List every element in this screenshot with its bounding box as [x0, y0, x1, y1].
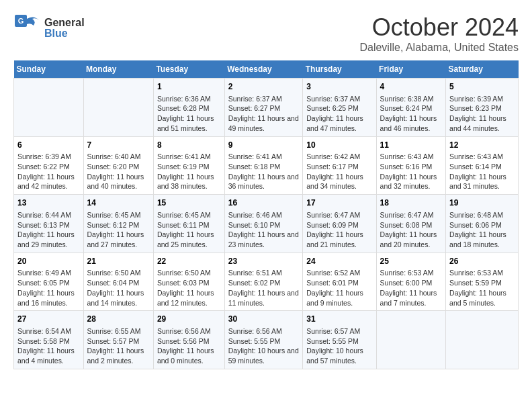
header-wednesday: Wednesday [224, 60, 303, 79]
day-info: Sunrise: 6:36 AMSunset: 6:28 PMDaylight:… [157, 94, 221, 134]
day-info: Sunrise: 6:44 AMSunset: 6:13 PMDaylight:… [17, 210, 80, 250]
day-info: Sunrise: 6:47 AMSunset: 6:08 PMDaylight:… [380, 210, 443, 250]
logo: G General Blue [13, 13, 85, 43]
calendar-cell: 13Sunrise: 6:44 AMSunset: 6:13 PMDayligh… [14, 195, 84, 253]
calendar-body: 1Sunrise: 6:36 AMSunset: 6:28 PMDaylight… [14, 79, 519, 369]
calendar-cell: 12Sunrise: 6:43 AMSunset: 6:14 PMDayligh… [446, 136, 519, 195]
day-info: Sunrise: 6:56 AMSunset: 5:56 PMDaylight:… [157, 326, 221, 366]
day-number: 10 [306, 140, 372, 151]
day-info: Sunrise: 6:39 AMSunset: 6:23 PMDaylight:… [449, 94, 515, 134]
logo-text-group: General Blue [44, 17, 85, 39]
day-number: 2 [228, 81, 300, 93]
calendar-cell: 30Sunrise: 6:56 AMSunset: 5:55 PMDayligh… [224, 311, 303, 369]
day-info: Sunrise: 6:47 AMSunset: 6:09 PMDaylight:… [306, 210, 372, 250]
title-area: October 2024 Daleville, Alabama, United … [359, 13, 519, 54]
day-info: Sunrise: 6:42 AMSunset: 6:17 PMDaylight:… [306, 152, 372, 191]
day-number: 18 [380, 197, 443, 209]
day-number: 4 [380, 81, 443, 93]
location-title: Daleville, Alabama, United States [359, 42, 519, 54]
day-number: 15 [157, 197, 221, 209]
day-info: Sunrise: 6:50 AMSunset: 6:04 PMDaylight:… [87, 268, 150, 308]
header-friday: Friday [376, 60, 446, 79]
header-monday: Monday [83, 60, 153, 79]
page-header: G General Blue October 2024 Daleville, A… [13, 13, 519, 54]
calendar-cell: 7Sunrise: 6:40 AMSunset: 6:20 PMDaylight… [83, 136, 153, 195]
calendar-cell: 4Sunrise: 6:38 AMSunset: 6:24 PMDaylight… [376, 79, 446, 137]
header-row: Sunday Monday Tuesday Wednesday Thursday… [14, 60, 519, 79]
calendar-week-1: 1Sunrise: 6:36 AMSunset: 6:28 PMDaylight… [14, 79, 519, 137]
day-info: Sunrise: 6:49 AMSunset: 6:05 PMDaylight:… [17, 268, 80, 308]
calendar-cell [14, 79, 84, 137]
calendar-cell: 22Sunrise: 6:50 AMSunset: 6:03 PMDayligh… [153, 253, 224, 311]
day-number: 23 [228, 256, 300, 267]
header-saturday: Saturday [446, 60, 519, 79]
logo-general-text: General [44, 17, 85, 28]
calendar-week-2: 6Sunrise: 6:39 AMSunset: 6:22 PMDaylight… [14, 136, 519, 195]
day-number: 28 [87, 314, 150, 325]
day-info: Sunrise: 6:52 AMSunset: 6:01 PMDaylight:… [306, 268, 372, 308]
calendar-cell: 29Sunrise: 6:56 AMSunset: 5:56 PMDayligh… [153, 311, 224, 369]
calendar-week-5: 27Sunrise: 6:54 AMSunset: 5:58 PMDayligh… [14, 311, 519, 369]
calendar-cell: 16Sunrise: 6:46 AMSunset: 6:10 PMDayligh… [224, 195, 303, 253]
calendar-cell: 27Sunrise: 6:54 AMSunset: 5:58 PMDayligh… [14, 311, 84, 369]
header-sunday: Sunday [14, 60, 84, 79]
calendar-week-4: 20Sunrise: 6:49 AMSunset: 6:05 PMDayligh… [14, 253, 519, 311]
day-number: 29 [157, 314, 221, 325]
calendar-cell: 19Sunrise: 6:48 AMSunset: 6:06 PMDayligh… [446, 195, 519, 253]
calendar-cell: 31Sunrise: 6:57 AMSunset: 5:55 PMDayligh… [303, 311, 376, 369]
day-info: Sunrise: 6:45 AMSunset: 6:11 PMDaylight:… [157, 210, 221, 250]
day-info: Sunrise: 6:37 AMSunset: 6:27 PMDaylight:… [228, 94, 300, 134]
day-info: Sunrise: 6:53 AMSunset: 5:59 PMDaylight:… [449, 268, 515, 308]
day-info: Sunrise: 6:53 AMSunset: 6:00 PMDaylight:… [380, 268, 443, 308]
calendar-cell [83, 79, 153, 137]
day-number: 11 [380, 140, 443, 151]
calendar-cell: 18Sunrise: 6:47 AMSunset: 6:08 PMDayligh… [376, 195, 446, 253]
calendar-cell: 23Sunrise: 6:51 AMSunset: 6:02 PMDayligh… [224, 253, 303, 311]
day-number: 7 [87, 140, 150, 151]
day-info: Sunrise: 6:48 AMSunset: 6:06 PMDaylight:… [449, 210, 515, 250]
day-number: 9 [228, 140, 300, 151]
day-number: 22 [157, 256, 221, 267]
calendar-cell: 11Sunrise: 6:43 AMSunset: 6:16 PMDayligh… [376, 136, 446, 195]
calendar-cell: 28Sunrise: 6:55 AMSunset: 5:57 PMDayligh… [83, 311, 153, 369]
day-number: 24 [306, 256, 372, 267]
month-title: October 2024 [359, 13, 519, 42]
calendar-cell: 5Sunrise: 6:39 AMSunset: 6:23 PMDaylight… [446, 79, 519, 137]
calendar-cell: 21Sunrise: 6:50 AMSunset: 6:04 PMDayligh… [83, 253, 153, 311]
calendar-cell: 3Sunrise: 6:37 AMSunset: 6:25 PMDaylight… [303, 79, 376, 137]
calendar-cell: 8Sunrise: 6:41 AMSunset: 6:19 PMDaylight… [153, 136, 224, 195]
calendar-cell [376, 311, 446, 369]
logo-icon: G [13, 13, 40, 43]
day-info: Sunrise: 6:57 AMSunset: 5:55 PMDaylight:… [306, 326, 372, 366]
calendar-week-3: 13Sunrise: 6:44 AMSunset: 6:13 PMDayligh… [14, 195, 519, 253]
day-info: Sunrise: 6:39 AMSunset: 6:22 PMDaylight:… [17, 152, 80, 191]
day-info: Sunrise: 6:54 AMSunset: 5:58 PMDaylight:… [17, 326, 80, 366]
day-info: Sunrise: 6:45 AMSunset: 6:12 PMDaylight:… [87, 210, 150, 250]
header-tuesday: Tuesday [153, 60, 224, 79]
logo-blue-text: Blue [44, 28, 85, 39]
day-info: Sunrise: 6:50 AMSunset: 6:03 PMDaylight:… [157, 268, 221, 308]
calendar-cell: 24Sunrise: 6:52 AMSunset: 6:01 PMDayligh… [303, 253, 376, 311]
header-thursday: Thursday [303, 60, 376, 79]
day-info: Sunrise: 6:43 AMSunset: 6:14 PMDaylight:… [449, 152, 515, 191]
calendar-cell [446, 311, 519, 369]
day-number: 14 [87, 197, 150, 209]
day-info: Sunrise: 6:41 AMSunset: 6:19 PMDaylight:… [157, 152, 221, 191]
day-info: Sunrise: 6:43 AMSunset: 6:16 PMDaylight:… [380, 152, 443, 191]
day-info: Sunrise: 6:56 AMSunset: 5:55 PMDaylight:… [228, 326, 300, 366]
day-number: 16 [228, 197, 300, 209]
day-number: 27 [17, 314, 80, 325]
day-number: 20 [17, 256, 80, 267]
day-number: 13 [17, 197, 80, 209]
calendar-cell: 14Sunrise: 6:45 AMSunset: 6:12 PMDayligh… [83, 195, 153, 253]
calendar-cell: 15Sunrise: 6:45 AMSunset: 6:11 PMDayligh… [153, 195, 224, 253]
day-number: 30 [228, 314, 300, 325]
day-number: 25 [380, 256, 443, 267]
svg-text:G: G [18, 17, 24, 25]
day-info: Sunrise: 6:40 AMSunset: 6:20 PMDaylight:… [87, 152, 150, 191]
day-number: 6 [17, 140, 80, 151]
calendar-cell: 10Sunrise: 6:42 AMSunset: 6:17 PMDayligh… [303, 136, 376, 195]
calendar-cell: 25Sunrise: 6:53 AMSunset: 6:00 PMDayligh… [376, 253, 446, 311]
calendar-cell: 2Sunrise: 6:37 AMSunset: 6:27 PMDaylight… [224, 79, 303, 137]
day-info: Sunrise: 6:46 AMSunset: 6:10 PMDaylight:… [228, 210, 300, 250]
